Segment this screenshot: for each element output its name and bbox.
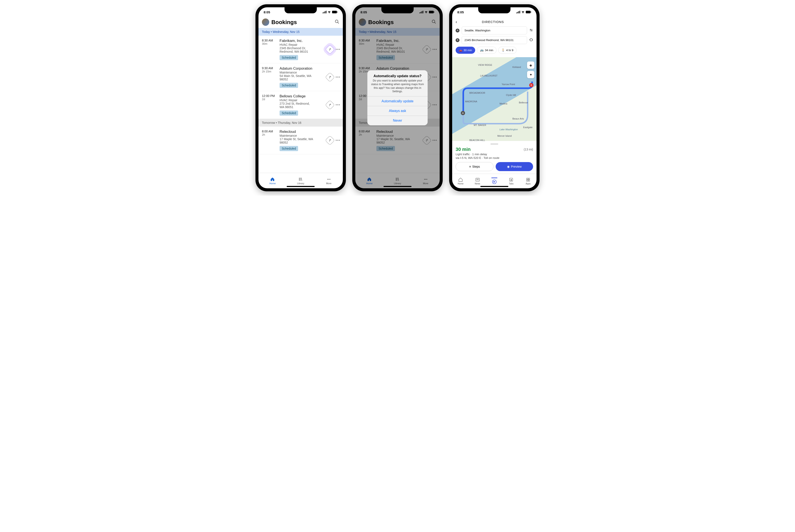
directions-icon[interactable]: ↱	[325, 100, 335, 110]
mode-walking[interactable]: 🚶4 hr 9	[498, 46, 517, 54]
destination-pin-icon: B	[456, 38, 459, 42]
battery-icon	[332, 11, 338, 13]
booking-service: HVAC Repair	[279, 43, 325, 46]
svg-rect-2	[325, 11, 325, 13]
more-icon[interactable]: •••	[334, 75, 342, 79]
more-icon[interactable]: •••	[334, 103, 342, 107]
booking-item[interactable]: 9:30 AM2h 15m Adatum CorporationMaintena…	[258, 63, 343, 91]
car-icon: 🚗	[459, 49, 462, 52]
status-badge: Scheduled	[279, 55, 298, 60]
svg-rect-33	[531, 12, 531, 13]
bookings-list[interactable]: Today • Wednesday, Nov 15 8:30 AM30m Fab…	[258, 28, 343, 173]
section-header: Today • Wednesday, Nov 15	[258, 28, 343, 36]
svg-text:4: 4	[511, 179, 512, 181]
wifi-icon	[328, 11, 331, 13]
more-icon[interactable]: •••	[334, 47, 342, 52]
svg-point-11	[327, 179, 328, 180]
alert-title: Automatically update status?	[371, 74, 424, 78]
list-icon: ≡	[469, 165, 471, 168]
back-icon[interactable]: ‹	[456, 19, 457, 24]
transit-icon: 🚌	[480, 49, 484, 52]
avatar[interactable]	[262, 18, 269, 26]
distance: (13 mi)	[524, 148, 533, 151]
booking-item[interactable]: 8:30 AM30m Fabrikam, Inc.HVAC Repair2345…	[258, 36, 343, 63]
svg-rect-0	[323, 13, 323, 13]
booking-item[interactable]: 12:00 PM2d Bellows CollegeHVAC Repair273…	[258, 91, 343, 119]
map[interactable]: ◈ ✦ A B VIEW RIDGE Kirkland LAURELHURST …	[452, 57, 537, 141]
svg-rect-5	[337, 12, 338, 13]
tab-home[interactable]: Home	[452, 174, 469, 188]
explore-icon[interactable]: ✦	[527, 71, 535, 78]
svg-rect-38	[476, 178, 479, 182]
svg-point-36	[530, 29, 531, 30]
modal-overlay[interactable]: Automatically update status? Do you want…	[355, 7, 440, 188]
status-time: 8:05	[264, 10, 270, 14]
walk-icon: 🚶	[502, 49, 505, 52]
alert-message: Do you want to automatically update your…	[371, 79, 424, 94]
pin-a-icon: A	[461, 111, 465, 115]
page-title: Bookings	[271, 19, 332, 25]
route-via: via I-5 N, WA-520 E · Toll on route	[456, 156, 533, 159]
destination-input[interactable]: 2345 Birchwood Redmond, WA 98101	[462, 36, 527, 44]
svg-rect-32	[526, 11, 530, 13]
booking-name: Fabrikam, Inc.	[279, 39, 325, 43]
svg-rect-46	[526, 180, 528, 181]
search-icon[interactable]	[335, 19, 339, 25]
mode-transit[interactable]: 🚌34 min	[477, 46, 496, 54]
more-icon[interactable]: •••	[334, 138, 342, 143]
svg-rect-1	[324, 12, 324, 13]
svg-rect-30	[519, 11, 519, 13]
steps-button[interactable]: ≡Steps	[456, 162, 493, 171]
svg-rect-31	[520, 11, 520, 13]
eye-icon: ◉	[507, 165, 510, 168]
svg-rect-29	[517, 12, 518, 13]
eta: 30 min	[456, 147, 471, 152]
booking-duration: 30m	[262, 42, 278, 45]
alert-button-auto-update[interactable]: Automatically update	[367, 96, 428, 106]
preview-button[interactable]: ◉Preview	[495, 162, 533, 171]
tab-apps[interactable]: Apps	[520, 174, 537, 188]
svg-line-7	[338, 22, 339, 24]
tab-more[interactable]: More	[315, 173, 343, 188]
directions-icon[interactable]: ↱	[325, 72, 335, 82]
svg-point-13	[329, 179, 330, 180]
directions-title: DIRECTIONS	[459, 20, 527, 24]
booking-item[interactable]: 8:00 AM2h RelecloudMaintenance17 Maple S…	[258, 127, 343, 154]
alert-dialog: Automatically update status? Do you want…	[367, 70, 428, 126]
svg-point-12	[328, 179, 329, 180]
origin-pin-icon: A	[456, 28, 459, 33]
directions-icon[interactable]: ↱	[325, 44, 335, 54]
directions-icon[interactable]: ↱	[325, 135, 335, 145]
alert-button-never[interactable]: Never	[367, 116, 428, 125]
svg-rect-28	[516, 13, 517, 13]
swap-icon[interactable]	[529, 38, 533, 42]
svg-point-37	[531, 30, 532, 31]
svg-rect-3	[326, 11, 326, 13]
svg-point-6	[335, 20, 338, 23]
origin-input[interactable]: Seattle, Washington	[462, 26, 527, 34]
traffic-info: Light traffic · 1 min delay	[456, 153, 533, 156]
signal-icon	[323, 11, 326, 13]
svg-rect-47	[528, 180, 530, 181]
layers-icon[interactable]: ◈	[527, 61, 535, 69]
alert-button-always-ask[interactable]: Always ask	[367, 106, 428, 116]
pin-b-icon: B	[529, 83, 534, 87]
section-header: Tomorrow • Thursday, Nov 16	[258, 119, 343, 127]
booking-time: 8:30 AM	[262, 39, 278, 42]
svg-rect-44	[526, 178, 528, 179]
svg-rect-4	[332, 11, 337, 13]
settings-icon[interactable]	[529, 28, 533, 33]
mode-driving[interactable]: 🚗30 min	[456, 46, 475, 54]
svg-rect-45	[528, 178, 530, 179]
tab-home[interactable]: Home	[258, 173, 287, 188]
svg-line-10	[301, 177, 302, 181]
home-indicator[interactable]	[287, 186, 315, 187]
